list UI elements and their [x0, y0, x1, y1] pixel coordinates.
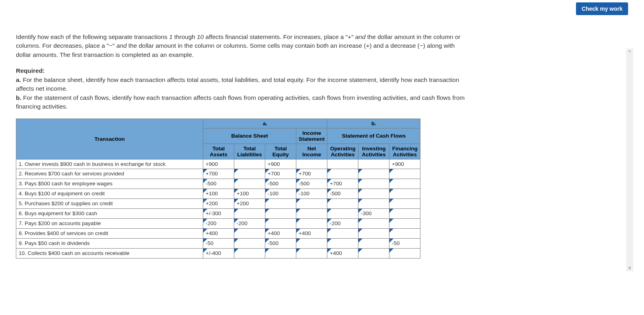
answer-cell[interactable]: -500: [265, 238, 296, 248]
answer-cell[interactable]: [389, 228, 420, 238]
answer-cell[interactable]: [234, 228, 265, 238]
scrollbar[interactable]: ^ ∨: [626, 49, 633, 271]
answer-cell[interactable]: -300: [358, 208, 389, 218]
answer-cell[interactable]: -50: [203, 238, 234, 248]
answer-value: [296, 199, 327, 208]
answer-value: [389, 199, 420, 208]
answer-cell[interactable]: +200: [234, 198, 265, 208]
table-row: 8. Provides $400 of services on credit+4…: [16, 228, 420, 238]
scroll-up-icon[interactable]: ^: [628, 49, 630, 56]
answer-cell[interactable]: [234, 208, 265, 218]
input-flag-icon: [265, 229, 269, 233]
answer-value: [265, 199, 296, 208]
scroll-down-icon[interactable]: ∨: [628, 264, 631, 271]
answer-cell[interactable]: +100: [234, 189, 265, 198]
answer-cell[interactable]: [389, 169, 420, 179]
answer-cell[interactable]: +200: [203, 198, 234, 208]
answer-cell[interactable]: +400: [327, 248, 358, 258]
answer-cell[interactable]: -100: [265, 189, 296, 198]
answer-cell[interactable]: [389, 208, 420, 218]
input-flag-icon: [389, 249, 393, 253]
answer-cell[interactable]: [296, 208, 327, 218]
answer-cell[interactable]: +100: [203, 189, 234, 198]
answer-cell[interactable]: [358, 248, 389, 258]
answer-cell[interactable]: +700: [296, 169, 327, 179]
answer-cell[interactable]: [327, 228, 358, 238]
answer-value: -500: [265, 239, 296, 248]
answer-cell[interactable]: [358, 179, 389, 189]
answer-cell[interactable]: [358, 218, 389, 228]
answer-value: +400: [296, 229, 327, 238]
answer-cell[interactable]: [389, 179, 420, 189]
answer-value: +700: [327, 179, 358, 189]
answer-cell[interactable]: [389, 198, 420, 208]
answer-cell[interactable]: -50: [389, 238, 420, 248]
input-flag-icon: [265, 179, 269, 183]
table-row: 3. Pays $500 cash for employee wages-500…: [16, 179, 420, 189]
answer-cell[interactable]: [265, 248, 296, 258]
given-cell: [234, 159, 265, 169]
answer-cell[interactable]: [296, 248, 327, 258]
answer-cell[interactable]: [358, 198, 389, 208]
answer-cell[interactable]: [358, 238, 389, 248]
answer-cell[interactable]: [265, 198, 296, 208]
answer-cell[interactable]: [389, 248, 420, 258]
answer-cell[interactable]: [265, 208, 296, 218]
input-flag-icon: [234, 249, 238, 253]
input-flag-icon: [296, 249, 300, 253]
answer-cell[interactable]: [234, 179, 265, 189]
answer-cell[interactable]: -500: [265, 179, 296, 189]
answer-cell[interactable]: [389, 218, 420, 228]
answer-cell[interactable]: +400: [296, 228, 327, 238]
answer-cell[interactable]: [358, 169, 389, 179]
answer-cell[interactable]: [389, 189, 420, 198]
answer-cell[interactable]: [234, 248, 265, 258]
answer-cell[interactable]: [234, 238, 265, 248]
answer-value: -200: [234, 219, 265, 228]
answer-cell[interactable]: +700: [203, 169, 234, 179]
answer-cell[interactable]: -100: [296, 189, 327, 198]
answer-cell[interactable]: -500: [327, 189, 358, 198]
answer-cell[interactable]: [327, 169, 358, 179]
header-total-liabilities: Total Liabilities: [234, 144, 265, 159]
answer-cell[interactable]: [358, 228, 389, 238]
check-my-work-button[interactable]: Check my work: [576, 2, 628, 15]
answer-value: [389, 169, 420, 179]
input-flag-icon: [389, 219, 393, 223]
answer-cell[interactable]: -200: [203, 218, 234, 228]
answer-value: -50: [203, 239, 234, 248]
answer-cell[interactable]: [234, 169, 265, 179]
answer-cell[interactable]: +/-300: [203, 208, 234, 218]
answer-cell[interactable]: +700: [265, 169, 296, 179]
answer-cell[interactable]: -500: [296, 179, 327, 189]
answer-cell[interactable]: -500: [203, 179, 234, 189]
input-flag-icon: [296, 199, 300, 203]
answer-value: [234, 179, 265, 189]
answer-cell[interactable]: [296, 198, 327, 208]
answer-cell[interactable]: -200: [234, 218, 265, 228]
answer-cell[interactable]: +700: [327, 179, 358, 189]
answer-cell[interactable]: +/-400: [203, 248, 234, 258]
header-section-b: b.: [327, 119, 420, 128]
answer-value: [327, 239, 358, 248]
header-investing-activities: Investing Activities: [358, 144, 389, 159]
input-flag-icon: [327, 219, 331, 223]
answer-cell[interactable]: [265, 218, 296, 228]
answer-cell[interactable]: +400: [203, 228, 234, 238]
answer-value: [358, 189, 389, 198]
instructions-block: Identify how each of the following separ…: [16, 33, 465, 111]
answer-cell[interactable]: [296, 238, 327, 248]
answer-cell[interactable]: +400: [265, 228, 296, 238]
answer-value: [327, 169, 358, 179]
answer-value: [234, 169, 265, 179]
answer-cell[interactable]: [327, 198, 358, 208]
answer-cell[interactable]: -200: [327, 218, 358, 228]
answer-cell[interactable]: [296, 218, 327, 228]
answer-cell[interactable]: [358, 189, 389, 198]
transaction-label: 7. Pays $200 on accounts payable: [16, 218, 203, 228]
answer-cell[interactable]: [327, 238, 358, 248]
input-flag-icon: [389, 209, 393, 213]
input-flag-icon: [358, 239, 362, 243]
answer-cell[interactable]: [327, 208, 358, 218]
input-flag-icon: [296, 229, 300, 233]
